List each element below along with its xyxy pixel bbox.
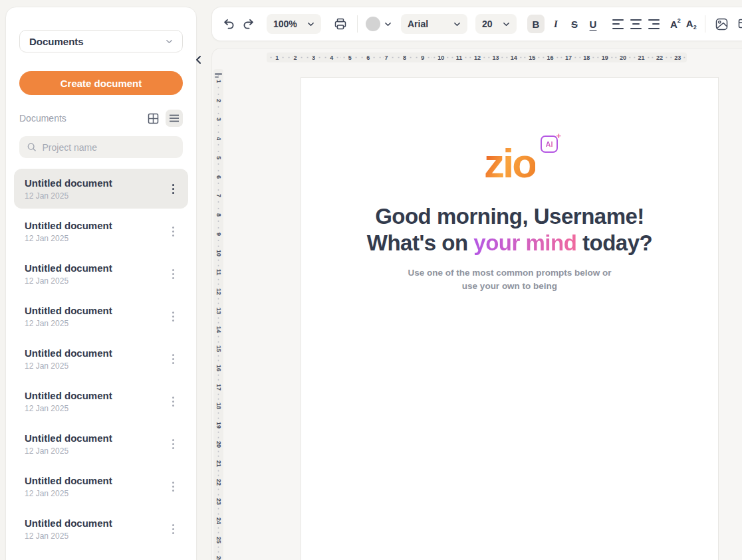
text-color-picker[interactable] — [366, 17, 392, 31]
document-date: 12 Jan 2025 — [25, 531, 166, 541]
subscript-button[interactable]: A2 — [686, 18, 697, 31]
ruler-unit: 3 — [305, 52, 322, 62]
document-info: Untitled document 12 Jan 2025 — [25, 262, 166, 286]
ruler-unit: 26 — [213, 549, 223, 560]
greeting-subtitle: Use one of the most common prompts below… — [301, 266, 718, 293]
document-list-item[interactable]: Untitled document 12 Jan 2025 — [14, 466, 188, 506]
search-box[interactable] — [19, 136, 183, 158]
grid-view-icon[interactable] — [144, 110, 162, 127]
document-list-item[interactable]: Untitled document 12 Jan 2025 — [14, 509, 188, 549]
vertical-ruler[interactable]: 1 2 3 4 5 — [213, 69, 223, 560]
document-title: Untitled document — [25, 432, 166, 444]
chevron-down-icon — [384, 21, 392, 28]
greeting-line1: Good morning, Username! — [375, 204, 644, 229]
ruler-unit: 21 — [213, 454, 223, 473]
kebab-menu-icon[interactable] — [166, 478, 180, 495]
kebab-menu-icon[interactable] — [166, 520, 180, 537]
ruler-unit: 13 — [487, 52, 505, 62]
document-date: 12 Jan 2025 — [25, 446, 166, 456]
font-size-select[interactable]: 20 — [475, 14, 517, 34]
insert-image-icon[interactable] — [713, 15, 731, 33]
ruler-unit: 18 — [578, 52, 596, 62]
kebab-menu-icon[interactable] — [166, 350, 180, 367]
document-page[interactable]: zio AI + Good morning, Username! What's … — [301, 77, 719, 560]
chevron-down-icon — [307, 21, 314, 28]
chevron-down-icon — [166, 38, 173, 45]
ruler-unit: 23 — [213, 492, 223, 512]
document-list: Untitled document 12 Jan 2025 Untitled d… — [14, 169, 188, 558]
chevron-down-icon — [453, 21, 461, 28]
kebab-menu-icon[interactable] — [166, 393, 180, 410]
strikethrough-button[interactable]: S — [566, 15, 583, 33]
align-center-icon[interactable] — [630, 19, 642, 29]
list-view-icon[interactable] — [166, 110, 183, 127]
align-right-icon[interactable] — [648, 19, 660, 29]
subtitle-line1: Use one of the most common prompts below… — [408, 268, 611, 278]
zoom-select[interactable]: 100% — [267, 14, 321, 34]
font-family-select[interactable]: Arial — [401, 14, 467, 34]
document-list-item[interactable]: Untitled document 12 Jan 2025 — [14, 254, 188, 294]
ruler-unit: 24 — [213, 512, 223, 531]
chevron-down-icon — [503, 21, 510, 28]
italic-button[interactable]: I — [547, 15, 564, 33]
superscript-button[interactable]: A2 — [670, 19, 681, 30]
ai-badge-icon: AI + — [541, 136, 558, 153]
workspace-selector[interactable]: Documents — [19, 30, 183, 52]
horizontal-ruler[interactable]: 1 2 3 4 5 — [267, 52, 687, 62]
bold-button[interactable]: B — [527, 15, 545, 33]
document-title: Untitled document — [25, 177, 166, 189]
undo-icon[interactable] — [220, 15, 237, 33]
sparkle-icon: + — [556, 131, 561, 141]
ruler-unit: 13 — [213, 301, 223, 320]
toolbar-divider — [357, 15, 358, 33]
ruler-unit: 14 — [505, 52, 523, 62]
kebab-menu-icon[interactable] — [166, 223, 180, 240]
kebab-menu-icon[interactable] — [166, 265, 180, 282]
document-info: Untitled document 12 Jan 2025 — [25, 432, 166, 456]
indent-marker[interactable] — [215, 73, 222, 78]
document-list-item[interactable]: Untitled document 12 Jan 2025 — [14, 169, 188, 209]
align-left-icon[interactable] — [612, 19, 624, 29]
greeting-line2-prefix: What's on — [367, 231, 474, 255]
zoom-value: 100% — [273, 19, 297, 29]
documents-section-header: Documents — [19, 110, 183, 127]
ruler-unit: 17 — [559, 52, 577, 62]
document-date: 12 Jan 2025 — [25, 361, 166, 371]
document-info: Untitled document 12 Jan 2025 — [25, 517, 166, 541]
font-family-value: Arial — [408, 19, 428, 29]
search-input[interactable] — [42, 142, 175, 153]
ruler-unit: 21 — [632, 52, 650, 62]
document-info: Untitled document 12 Jan 2025 — [25, 304, 166, 328]
ruler-unit: 11 — [450, 52, 468, 62]
redo-icon[interactable] — [240, 15, 257, 33]
document-list-item[interactable]: Untitled document 12 Jan 2025 — [14, 296, 188, 336]
underline-button[interactable]: U — [584, 15, 602, 33]
ruler-unit: 19 — [213, 416, 223, 435]
kebab-menu-icon[interactable] — [166, 180, 180, 197]
ruler-unit: 18 — [213, 397, 223, 416]
ruler-unit: 7 — [377, 52, 395, 62]
subtitle-line2: use your own to being — [462, 281, 557, 291]
color-swatch — [366, 17, 380, 31]
document-list-item[interactable]: Untitled document 12 Jan 2025 — [14, 381, 188, 421]
ruler-unit: 23 — [669, 52, 687, 62]
document-list-item[interactable]: Untitled document 12 Jan 2025 — [14, 211, 188, 251]
ruler-unit: 5 — [341, 52, 359, 62]
create-document-button[interactable]: Create document — [19, 71, 183, 95]
kebab-menu-icon[interactable] — [166, 435, 180, 452]
greeting-line2-suffix: today? — [576, 231, 652, 255]
document-list-item[interactable]: Untitled document 12 Jan 2025 — [14, 339, 188, 379]
ruler-unit: 17 — [213, 377, 223, 397]
ruler-unit: 19 — [596, 52, 614, 62]
document-date: 12 Jan 2025 — [25, 404, 166, 413]
greeting-heading: Good morning, Username! What's on your m… — [301, 203, 718, 256]
ruler-unit: 12 — [468, 52, 486, 62]
kebab-menu-icon[interactable] — [166, 308, 180, 325]
document-info: Untitled document 12 Jan 2025 — [25, 389, 166, 413]
document-info: Untitled document 12 Jan 2025 — [25, 219, 166, 243]
sidebar-collapse-button[interactable] — [191, 53, 205, 66]
print-icon[interactable] — [332, 15, 349, 33]
document-list-item[interactable]: Untitled document 12 Jan 2025 — [14, 424, 188, 464]
insert-table-icon[interactable] — [736, 15, 742, 33]
ruler-unit: 6 — [359, 52, 377, 62]
